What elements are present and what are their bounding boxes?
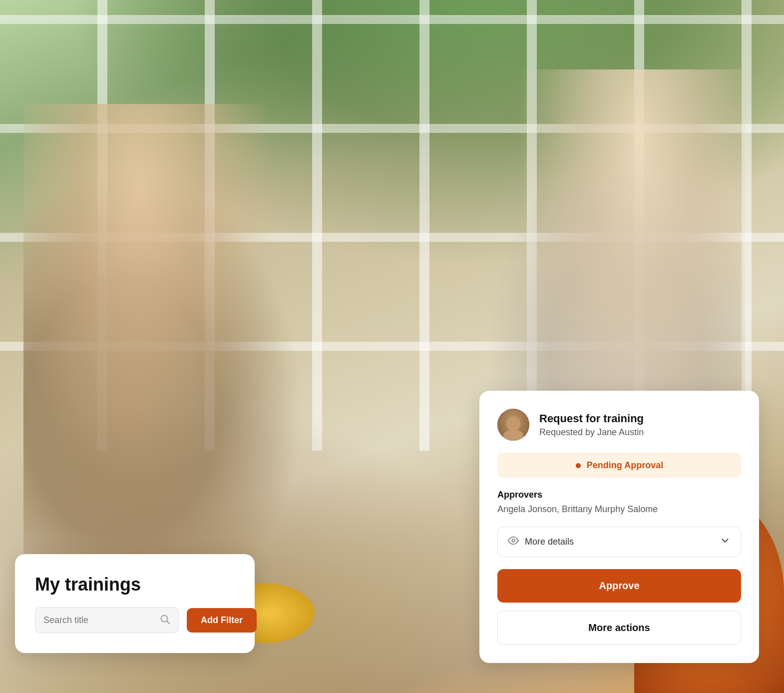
my-trainings-card: My trainings Add Filter (15, 554, 255, 653)
svg-point-2 (576, 463, 581, 468)
search-input[interactable] (43, 615, 159, 626)
approve-button[interactable]: Approve (497, 569, 741, 603)
more-details-left: More details (508, 535, 574, 549)
eye-icon (508, 535, 519, 549)
svg-point-3 (512, 539, 515, 542)
status-dot (575, 460, 587, 470)
chevron-down-icon (720, 535, 731, 549)
more-details-label: More details (525, 537, 574, 547)
add-filter-button[interactable]: Add Filter (187, 608, 257, 633)
search-input-wrapper (35, 607, 179, 633)
request-subtitle: Requested by Jane Austin (539, 427, 741, 438)
request-title: Request for training (539, 412, 741, 425)
approvers-label: Approvers (497, 490, 741, 500)
svg-line-1 (167, 621, 169, 624)
search-icon (159, 614, 170, 627)
avatar (497, 409, 529, 441)
request-card: Request for training Requested by Jane A… (479, 391, 759, 663)
approvers-section: Approvers Angela Jonson, Brittany Murphy… (497, 490, 741, 515)
status-text: Pending Approval (587, 460, 663, 470)
my-trainings-title: My trainings (35, 574, 235, 595)
more-actions-button[interactable]: More actions (497, 611, 741, 645)
request-title-block: Request for training Requested by Jane A… (539, 412, 741, 438)
status-badge: Pending Approval (497, 453, 741, 478)
search-filter-row: Add Filter (35, 607, 235, 633)
more-details-button[interactable]: More details (497, 527, 741, 557)
request-header: Request for training Requested by Jane A… (497, 409, 741, 441)
approvers-names: Angela Jonson, Brittany Murphy Salome (497, 504, 741, 515)
